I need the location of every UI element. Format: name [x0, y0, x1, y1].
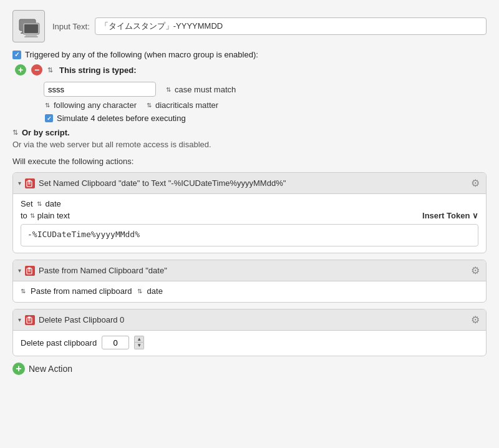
new-action-label: New Action [29, 364, 72, 374]
set-label: Set [21, 199, 33, 208]
delete-body-row: Delete past clipboard ▲ ▼ [21, 336, 478, 349]
delete-stepper[interactable]: ▲ ▼ [134, 336, 144, 349]
svg-rect-8 [28, 180, 31, 182]
new-action-row: + New Action [12, 363, 487, 375]
typed-options-row1: ⇅ case must match [44, 82, 487, 97]
diacriticals-matter-toggle[interactable]: ⇅ diacriticals matter [147, 100, 218, 110]
case-must-match-toggle[interactable]: ⇅ case must match [166, 85, 236, 94]
action-paste-named-clipboard: ▾ Paste from Named Clipboard "date" ⚙ ⇅ … [12, 260, 487, 303]
delete-clipboard-icon [25, 315, 35, 325]
set-date-label: date [46, 199, 61, 208]
case-updown-icon: ⇅ [166, 86, 171, 93]
svg-rect-6 [24, 24, 38, 33]
delete-clipboard-body: Delete past clipboard ▲ ▼ [13, 331, 486, 356]
paste-clipboard-body: ⇅ Paste from named clipboard ⇅ date [13, 281, 486, 302]
simulate-deletes-row: Simulate 4 deletes before executing [45, 114, 487, 123]
macro-icon[interactable] [12, 10, 45, 42]
svg-rect-12 [28, 267, 31, 269]
action-delete-clipboard-header-left: ▾ Delete Past Clipboard 0 [18, 315, 124, 325]
diacriticals-updown-icon: ⇅ [147, 102, 152, 109]
paste-label: Paste from named clipboard [31, 286, 132, 296]
delete-value-input[interactable] [102, 336, 129, 349]
string-typed-row: + − ⇅ This string is typed: [15, 64, 487, 75]
simulate-deletes-checkbox[interactable] [45, 114, 53, 122]
set-clipboard-value-box[interactable]: -%ICUDateTime%yyyyMMdd% [21, 224, 478, 246]
typed-options-row2: ⇅ following any character ⇅ diacriticals… [45, 100, 487, 110]
paste-clipboard-title: Paste from Named Clipboard "date" [39, 266, 167, 275]
svg-rect-16 [28, 316, 31, 318]
set-clipboard-collapse-arrow[interactable]: ▾ [18, 180, 21, 187]
paste-clipboard-icon [25, 266, 35, 276]
action-set-named-clipboard: ▾ Set Named Clipboard "date" to Text "-%… [12, 172, 487, 253]
trigger-updown-icon: ⇅ [47, 66, 53, 74]
action-delete-clipboard-header: ▾ Delete Past Clipboard 0 ⚙ [13, 309, 486, 331]
will-execute-label: Will execute the following actions: [12, 157, 487, 166]
web-server-label: Or via the web server but all remote acc… [12, 140, 211, 149]
script-updown-icon: ⇅ [12, 129, 18, 137]
paste-date-label: date [147, 286, 163, 296]
new-action-button[interactable]: + New Action [12, 363, 72, 375]
svg-rect-4 [26, 34, 37, 36]
action-paste-clipboard-header: ▾ Paste from Named Clipboard "date" ⚙ [13, 260, 486, 281]
diacriticals-matter-label: diacriticals matter [155, 100, 218, 110]
stepper-up[interactable]: ▲ [134, 336, 144, 343]
paste-date-updown-icon[interactable]: ⇅ [137, 288, 142, 295]
new-action-add-icon: + [12, 363, 25, 375]
trigger-label: Triggered by any of the following (when … [25, 50, 258, 59]
set-clipboard-icon [25, 178, 35, 188]
following-any-char-toggle[interactable]: ⇅ following any character [45, 100, 137, 110]
delete-clipboard-title: Delete Past Clipboard 0 [39, 315, 124, 324]
set-clipboard-value: -%ICUDateTime%yyyyMMdd% [27, 230, 140, 239]
set-clipboard-row1: Set ⇅ date [21, 199, 478, 208]
paste-clipboard-collapse-arrow[interactable]: ▾ [18, 267, 21, 274]
add-trigger-button[interactable]: + [15, 64, 26, 75]
insert-token-button[interactable]: Insert Token ∨ [422, 211, 478, 220]
or-by-script-label: Or by script. [22, 128, 70, 137]
following-updown-icon: ⇅ [45, 102, 50, 109]
input-text-label: Input Text: [52, 22, 90, 31]
macro-header: Input Text: [12, 10, 487, 42]
set-updown-icon[interactable]: ⇅ [37, 201, 42, 207]
delete-clipboard-collapse-arrow[interactable]: ▾ [18, 316, 21, 323]
to-label: to [21, 211, 27, 220]
set-clipboard-body: Set ⇅ date to ⇅ plain text Insert Token … [13, 194, 486, 253]
delete-label: Delete past clipboard [21, 338, 97, 348]
following-any-char-label: following any character [54, 100, 137, 110]
action-set-clipboard-header: ▾ Set Named Clipboard "date" to Text "-%… [13, 173, 486, 194]
simulate-deletes-label: Simulate 4 deletes before executing [57, 114, 186, 123]
paste-updown-icon[interactable]: ⇅ [21, 288, 26, 295]
delete-clipboard-gear-button[interactable]: ⚙ [471, 314, 480, 326]
action-delete-past-clipboard: ▾ Delete Past Clipboard 0 ⚙ Delete past … [12, 309, 487, 356]
trigger-checkbox[interactable] [12, 51, 21, 59]
remove-trigger-button[interactable]: − [31, 64, 42, 75]
svg-rect-5 [24, 36, 38, 37]
case-must-match-label: case must match [175, 85, 236, 94]
paste-clipboard-gear-button[interactable]: ⚙ [471, 265, 480, 276]
web-server-row: Or via the web server but all remote acc… [12, 140, 487, 149]
set-clipboard-gear-button[interactable]: ⚙ [471, 177, 480, 189]
trigger-section: Triggered by any of the following (when … [12, 50, 487, 149]
set-clipboard-title: Set Named Clipboard "date" to Text "-%IC… [39, 178, 286, 188]
action-paste-clipboard-header-left: ▾ Paste from Named Clipboard "date" [18, 266, 167, 276]
string-typed-label: This string is typed: [59, 66, 137, 75]
stepper-down[interactable]: ▼ [134, 343, 144, 349]
plain-text-label: plain text [37, 211, 70, 220]
input-text-field[interactable] [95, 17, 487, 35]
trigger-header: Triggered by any of the following (when … [12, 50, 487, 59]
action-set-clipboard-header-left: ▾ Set Named Clipboard "date" to Text "-%… [18, 178, 286, 188]
set-clipboard-row2: to ⇅ plain text Insert Token ∨ [21, 211, 478, 220]
to-updown-icon[interactable]: ⇅ [30, 213, 35, 219]
typed-string-input[interactable] [44, 82, 156, 97]
or-by-script-row: ⇅ Or by script. [12, 128, 487, 137]
typed-options: ⇅ case must match ⇅ following any charac… [44, 82, 487, 123]
paste-body-row: ⇅ Paste from named clipboard ⇅ date [21, 286, 478, 296]
